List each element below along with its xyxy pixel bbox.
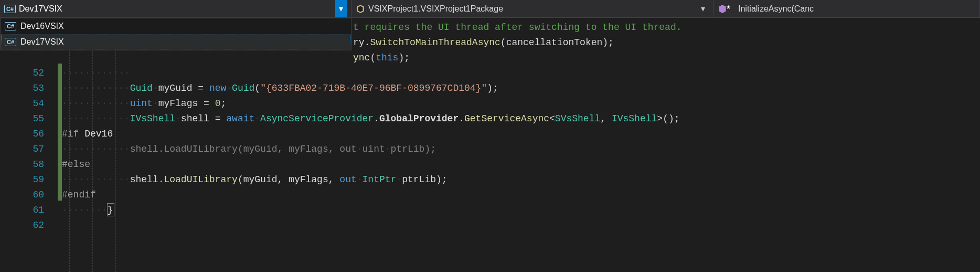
line-number: 61 (0, 203, 44, 218)
line-number: 57 (0, 142, 44, 157)
dropdown-item-label: Dev17VSIX (20, 37, 64, 47)
class-icon (356, 4, 365, 14)
change-indicator (58, 18, 62, 272)
dropdown-item-dev17[interactable]: C# Dev17VSIX (1, 34, 351, 50)
dropdown-item-label: Dev16VSIX (20, 22, 64, 31)
nav-class-label: VSIXProject1.VSIXProject1Package (368, 4, 503, 14)
code-area[interactable]: t requires the UI thread after switching… (62, 18, 980, 272)
code-line: ········} (62, 203, 980, 218)
line-number-gutter: 52 53 54 55 56 57 58 59 60 61 62 (0, 18, 58, 272)
nav-project-selector[interactable]: C# Dev17VSIX ▾ (0, 0, 351, 17)
nav-project-label: Dev17VSIX (19, 4, 62, 14)
csharp-badge-icon: C# (4, 5, 16, 13)
dropdown-item-dev16[interactable]: C# Dev16VSIX (1, 18, 351, 34)
code-line: ············shell.LoadUILibrary(myGuid, … (62, 172, 980, 187)
csharp-badge-icon: C# (5, 38, 16, 46)
line-number: 56 (0, 127, 44, 142)
line-number: 54 (0, 96, 44, 111)
star-overlay-icon: ★ (726, 4, 731, 10)
line-number: 59 (0, 172, 44, 187)
code-editor[interactable]: 52 53 54 55 56 57 58 59 60 61 62 t requi… (0, 18, 980, 272)
code-line: ············uint·myFlags = 0; (62, 96, 980, 111)
code-line: ············Guid·myGuid = new·Guid("{633… (62, 81, 980, 96)
line-number: 60 (0, 187, 44, 203)
code-line: #endif (62, 187, 980, 203)
line-number: 62 (0, 218, 44, 233)
code-line: ············shell.LoadUILibrary(myGuid, … (62, 142, 980, 157)
cursor-box (107, 203, 114, 216)
dropdown-arrow-icon[interactable]: ▾ (335, 0, 347, 17)
code-line: ············ (62, 66, 980, 81)
csharp-badge-icon: C# (5, 22, 16, 30)
code-line: ············IVsShell·shell = await·Async… (62, 111, 980, 127)
line-number: 52 (0, 66, 44, 81)
nav-class-selector[interactable]: VSIXProject1.VSIXProject1Package ▾ (351, 0, 713, 17)
line-number: 53 (0, 81, 44, 96)
line-number: 55 (0, 111, 44, 127)
nav-method-selector[interactable]: ★ InitializeAsync(Canc (713, 0, 980, 17)
line-number: 58 (0, 157, 44, 172)
dropdown-arrow-icon[interactable]: ▾ (697, 4, 709, 14)
code-line: #else (62, 157, 980, 172)
nav-method-label: InitializeAsync(Canc (738, 4, 814, 14)
project-dropdown[interactable]: C# Dev16VSIX C# Dev17VSIX (0, 18, 351, 50)
code-line: ync(this); (62, 50, 980, 66)
code-line: #if Dev16 (62, 127, 980, 142)
